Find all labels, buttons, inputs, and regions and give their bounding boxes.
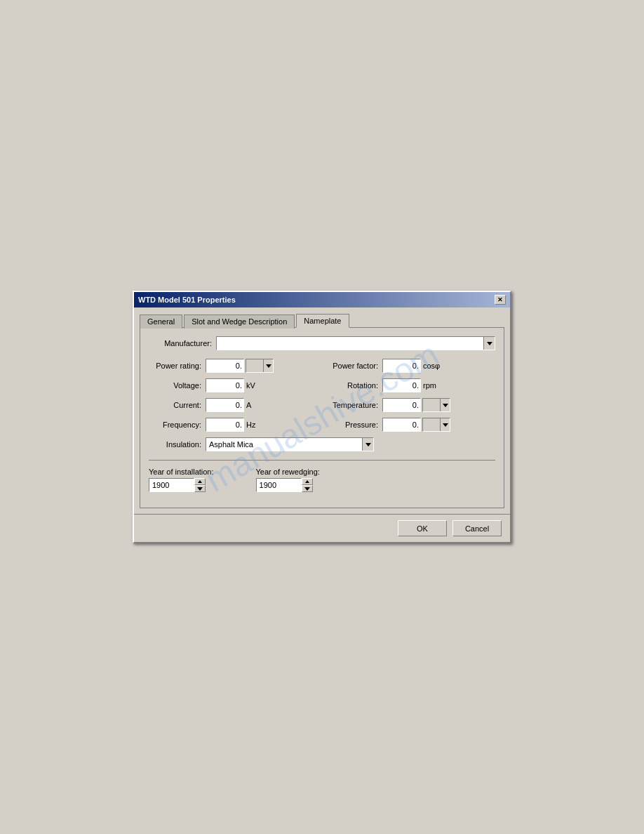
- frequency-label: Frequency:: [149, 421, 201, 429]
- power-rating-group: Power rating:: [149, 359, 318, 373]
- properties-dialog: WTD Model 501 Properties ✕ General Slot …: [133, 291, 511, 543]
- power-factor-label: Power factor:: [326, 362, 378, 370]
- year-install-down-button[interactable]: [194, 485, 206, 492]
- close-button[interactable]: ✕: [495, 295, 506, 305]
- chevron-down-icon: [197, 487, 203, 491]
- insulation-row: Insulation: Asphalt Mica: [149, 437, 495, 451]
- year-rewedge-input[interactable]: [256, 478, 302, 492]
- frequency-group: Frequency: Hz: [149, 418, 318, 432]
- pressure-input[interactable]: [382, 418, 421, 432]
- pressure-label: Pressure:: [326, 421, 378, 429]
- current-unit: A: [246, 401, 251, 409]
- manufacturer-row: Manufacturer:: [149, 336, 495, 350]
- insulation-value: Asphalt Mica: [206, 439, 362, 449]
- chevron-down-icon: [304, 487, 310, 491]
- year-rewedge-spinner-buttons: [302, 478, 313, 492]
- year-rewedge-spinner: [256, 478, 320, 492]
- year-rewedge-group: Year of rewedging:: [256, 468, 320, 492]
- rotation-input[interactable]: [382, 378, 421, 392]
- manufacturer-select[interactable]: [216, 336, 495, 350]
- current-label: Current:: [149, 401, 201, 409]
- power-factor-group: Power factor: cosφ: [326, 359, 495, 373]
- rotation-label: Rotation:: [326, 381, 378, 390]
- temperature-group: Temperature:: [326, 398, 495, 412]
- divider: [149, 460, 495, 461]
- tab-bar: General Slot and Wedge Description Namep…: [140, 313, 504, 328]
- year-rewedge-up-button[interactable]: [302, 478, 313, 485]
- temperature-input[interactable]: [382, 398, 421, 412]
- insulation-select[interactable]: Asphalt Mica: [206, 437, 374, 451]
- tab-slot-wedge[interactable]: Slot and Wedge Description: [184, 315, 295, 329]
- pressure-unit-arrow[interactable]: [440, 418, 450, 431]
- year-install-spinner-buttons: [194, 478, 206, 492]
- power-unit-select[interactable]: [246, 359, 274, 373]
- power-factor-unit: cosφ: [423, 362, 440, 370]
- voltage-input[interactable]: [206, 378, 244, 392]
- title-bar: WTD Model 501 Properties ✕: [134, 292, 510, 307]
- left-column: Power rating: Voltage: kV: [149, 359, 318, 437]
- dialog-content: General Slot and Wedge Description Namep…: [134, 307, 510, 514]
- pressure-group: Pressure:: [326, 418, 495, 432]
- cancel-button[interactable]: Cancel: [452, 520, 502, 536]
- year-install-input[interactable]: [149, 478, 194, 492]
- year-section: Year of installation:: [149, 468, 495, 492]
- tab-general[interactable]: General: [140, 315, 182, 329]
- insulation-dropdown-arrow[interactable]: [362, 438, 373, 451]
- tab-nameplate[interactable]: Nameplate: [296, 314, 349, 328]
- manufacturer-value: [217, 343, 495, 344]
- right-column: Power factor: cosφ Rotation: rpm Tempera…: [326, 359, 495, 437]
- frequency-input[interactable]: [206, 418, 244, 432]
- year-install-label: Year of installation:: [149, 468, 214, 476]
- title-bar-controls: ✕: [495, 295, 506, 305]
- voltage-group: Voltage: kV: [149, 378, 318, 392]
- pressure-unit-select[interactable]: [422, 418, 450, 432]
- voltage-unit: kV: [246, 381, 255, 390]
- chevron-down-icon: [443, 404, 448, 407]
- year-rewedge-down-button[interactable]: [302, 485, 313, 492]
- nameplate-panel: Manufacturer: Power rating:: [140, 328, 504, 508]
- power-factor-input[interactable]: [382, 359, 421, 373]
- year-rewedge-label: Year of rewedging:: [256, 468, 320, 476]
- power-rating-label: Power rating:: [149, 362, 201, 370]
- chevron-down-icon: [365, 443, 371, 446]
- power-rating-input[interactable]: [206, 359, 244, 373]
- rotation-group: Rotation: rpm: [326, 378, 495, 392]
- current-input[interactable]: [206, 398, 244, 412]
- power-unit-arrow[interactable]: [263, 359, 273, 372]
- dialog-footer: OK Cancel: [134, 514, 510, 542]
- rotation-unit: rpm: [423, 381, 436, 390]
- chevron-down-icon: [487, 342, 492, 345]
- year-install-group: Year of installation:: [149, 468, 214, 492]
- current-group: Current: A: [149, 398, 318, 412]
- ok-button[interactable]: OK: [398, 520, 447, 536]
- manufacturer-label: Manufacturer:: [149, 339, 212, 348]
- chevron-down-icon: [266, 364, 271, 368]
- temp-unit-arrow[interactable]: [440, 399, 450, 411]
- voltage-label: Voltage:: [149, 381, 201, 390]
- chevron-down-icon: [443, 423, 448, 427]
- dialog-title: WTD Model 501 Properties: [138, 296, 236, 304]
- year-install-up-button[interactable]: [194, 478, 206, 485]
- temperature-label: Temperature:: [326, 401, 378, 409]
- chevron-up-icon: [305, 480, 309, 483]
- fields-grid: Power rating: Voltage: kV: [149, 359, 495, 437]
- chevron-up-icon: [198, 480, 202, 483]
- manufacturer-dropdown-arrow[interactable]: [483, 337, 495, 350]
- temperature-unit-select[interactable]: [422, 398, 450, 412]
- frequency-unit: Hz: [246, 421, 255, 429]
- insulation-label: Insulation:: [149, 440, 201, 449]
- year-install-spinner: [149, 478, 214, 492]
